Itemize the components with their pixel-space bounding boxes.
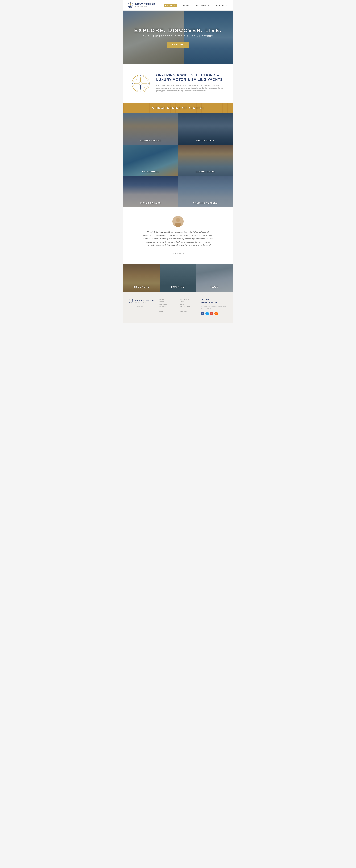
footer-call-title: CALL US: [201, 299, 228, 300]
footer-brand-sub: YOUR SUBTITLE [135, 302, 154, 303]
svg-text:W: W [132, 83, 134, 84]
footer-copyright: Best Cruise © 2015 • Privacy Policy [128, 306, 155, 308]
hero-title: EXPLORE. DISCOVER. LIVE. [134, 27, 222, 33]
booking-card[interactable]: BOOKING [160, 264, 196, 291]
svg-point-24 [140, 90, 141, 90]
svg-line-19 [142, 79, 145, 82]
footer-link-bahamas[interactable]: Bahamas [158, 301, 176, 303]
sailing-boats-label: SAILING BOATS [178, 171, 233, 173]
nav-about-us[interactable]: ABOUT US [164, 4, 177, 7]
nav-destinations[interactable]: DESTINATIONS [194, 4, 212, 7]
faqs-label: FAQS [211, 286, 218, 288]
explore-button[interactable]: EXPLORE [167, 42, 189, 48]
social-googleplus-icon[interactable]: g+ [210, 312, 213, 315]
footer-link-croatia[interactable]: Croatia [158, 308, 176, 310]
brochure-label: BROCHURE [134, 286, 150, 288]
svg-text:S: S [140, 91, 141, 93]
testimonial-section: "FANTASTIC !!!!! You were right, once ex… [123, 207, 233, 264]
svg-marker-22 [140, 84, 141, 90]
testimonial-avatar [173, 216, 183, 227]
footer-phone: 800-2345-6789 [201, 301, 228, 304]
brochure-card[interactable]: BROCHURE [123, 264, 160, 291]
yacht-cell-catamaran[interactable]: CATAMARANS [123, 145, 178, 176]
yachts-banner-title: A HUGE CHOICE OF YACHTS: [127, 106, 229, 110]
footer-social: f t g+ rss [201, 312, 228, 315]
main-nav: ABOUT US YACHTS DESTINATIONS CONTACTS [164, 4, 229, 7]
footer: BEST CRUISE YOUR SUBTITLE Best Cruise © … [123, 291, 233, 323]
about-section: N S W E OFFERING A WIDE SELECTION OF LUX… [123, 64, 233, 103]
logo-area[interactable]: BEST CRUISE YOUR SUBTITLE [127, 2, 155, 8]
testimonial-divider [175, 250, 181, 250]
compass-icon: N S W E [131, 74, 150, 93]
svg-point-28 [176, 218, 180, 222]
about-title: OFFERING A WIDE SELECTION OF LUXURY MOTO… [156, 73, 226, 82]
svg-marker-21 [140, 77, 141, 83]
testimonial-author: John McCaid [172, 253, 184, 255]
nav-contacts[interactable]: CONTACTS [215, 4, 229, 7]
social-facebook-icon[interactable]: f [201, 312, 204, 315]
footer-address: 4175 Merchants Road, Glasgow G63 8010 Em… [201, 306, 228, 310]
bottom-cards: BROCHURE BOOKING FAQS [123, 264, 233, 291]
footer-link-alaska[interactable]: Alaska [180, 303, 198, 305]
svg-point-23 [140, 77, 141, 78]
footer-link-virgin-islands[interactable]: Virgin Islands [158, 303, 176, 305]
yacht-cell-luxury[interactable]: LUXURY YACHTS [123, 113, 178, 145]
hero-subtitle: ENJOY THE BEST YACHT VACATION OF A LIFET… [143, 35, 213, 37]
motor-sailers-label: MOTOR SAILERS [123, 202, 178, 204]
yachts-banner: A HUGE CHOICE OF YACHTS: [123, 103, 233, 113]
cruising-vessels-label: CRUISING VESSELS [178, 202, 233, 204]
yacht-cell-motor-sailer[interactable]: MOTOR SAILERS [123, 176, 178, 207]
footer-link-caribbean[interactable]: Caribbean [158, 299, 176, 300]
footer-link-mediterranean[interactable]: Mediterranean [180, 299, 198, 300]
booking-label: BOOKING [171, 286, 185, 288]
brand-sub: YOUR SUBTITLE [135, 6, 155, 7]
header: BEST CRUISE YOUR SUBTITLE ABOUT US YACHT… [123, 0, 233, 10]
footer-link-new-england[interactable]: New England [158, 306, 176, 307]
svg-line-20 [136, 85, 139, 88]
svg-point-25 [134, 83, 135, 84]
footer-col2: Mediterranean Turkey Alaska Pacific Nort… [180, 299, 198, 315]
brand-name: BEST CRUISE [135, 3, 155, 6]
logo-icon [127, 2, 134, 8]
yacht-grid: LUXURY YACHTS MOTOR BOATS CATAMARANS SAI… [123, 113, 233, 207]
footer-link-greece[interactable]: Greece [158, 311, 176, 312]
social-rss-icon[interactable]: rss [214, 312, 218, 315]
svg-line-17 [136, 79, 139, 82]
footer-link-pacific-northwest[interactable]: Pacific Northwest [180, 306, 198, 307]
footer-link-south-pacific[interactable]: South Pacific [180, 311, 198, 312]
footer-brand-name: BEST CRUISE [135, 299, 154, 302]
compass-area: N S W E [130, 73, 151, 94]
yacht-cell-sailing[interactable]: SAILING BOATS [178, 145, 233, 176]
faqs-card[interactable]: FAQS [196, 264, 233, 291]
luxury-yachts-label: LUXURY YACHTS [123, 140, 178, 142]
footer-logo-icon [128, 299, 134, 304]
nav-yachts[interactable]: YACHTS [180, 4, 191, 7]
avatar-image [173, 216, 183, 227]
svg-line-18 [142, 85, 145, 88]
yacht-cell-motor[interactable]: MOTOR BOATS [178, 113, 233, 145]
hero-section: EXPLORE. DISCOVER. LIVE. ENJOY THE BEST … [123, 10, 233, 64]
social-twitter-icon[interactable]: t [205, 312, 209, 315]
svg-text:E: E [148, 83, 150, 84]
svg-point-26 [147, 83, 147, 84]
svg-text:N: N [140, 75, 141, 76]
footer-contact: CALL US: 800-2345-6789 4175 Merchants Ro… [201, 299, 228, 315]
footer-link-turkey[interactable]: Turkey [180, 301, 198, 303]
svg-point-8 [139, 82, 142, 85]
about-description: It is our pleasure to match the perfect … [156, 84, 226, 92]
footer-link-florida[interactable]: Florida [180, 308, 198, 310]
yacht-cell-cruising[interactable]: CRUISING VESSELS [178, 176, 233, 207]
catamarans-label: CATAMARANS [123, 171, 178, 173]
testimonial-quote: "FANTASTIC !!!!! You were right, once ex… [143, 230, 213, 247]
footer-logo-area: BEST CRUISE YOUR SUBTITLE Best Cruise © … [128, 299, 155, 315]
footer-col1: Caribbean Bahamas Virgin Islands New Eng… [158, 299, 176, 315]
motor-boats-label: MOTOR BOATS [178, 140, 233, 142]
